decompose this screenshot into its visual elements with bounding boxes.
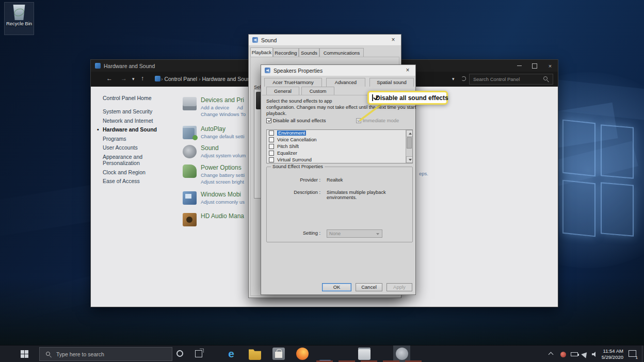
tray-expand-icon[interactable] — [549, 352, 554, 357]
list-item-environment[interactable]: Environment — [267, 130, 412, 137]
sound-dialog-titlebar[interactable]: Sound — [249, 35, 401, 46]
cp-heading-power-options[interactable]: Power Options — [201, 164, 242, 171]
up-icon[interactable]: ↑ — [141, 75, 144, 82]
battery-icon[interactable] — [571, 352, 578, 356]
printer-icon[interactable] — [183, 97, 197, 110]
control-panel-search-box[interactable]: Search Control Panel — [469, 74, 553, 85]
checkbox-icon[interactable] — [269, 137, 274, 142]
refresh-icon[interactable] — [461, 76, 466, 81]
notepad-icon[interactable] — [358, 348, 371, 360]
list-item-voice-cancellation[interactable]: Voice Cancellation — [267, 137, 412, 143]
scroll-down-icon[interactable] — [406, 156, 413, 163]
address-dropdown-icon[interactable]: ▾ — [452, 76, 455, 81]
sidebar-item-programs[interactable]: Programs — [103, 136, 170, 142]
action-center-icon[interactable]: 1 — [629, 350, 636, 357]
scrollbar-thumb[interactable] — [407, 137, 412, 149]
forward-icon[interactable]: → — [121, 75, 127, 82]
tab-acer-trueharmony[interactable]: Acer TrueHarmony — [264, 78, 322, 87]
microsoft-store-icon[interactable] — [272, 348, 285, 360]
cp-heading-hd-audio[interactable]: HD Audio Mana — [201, 212, 244, 220]
microsoft-edge-icon[interactable]: e — [225, 348, 237, 360]
sidebar-item-system-security[interactable]: System and Security — [103, 108, 170, 115]
recycle-bin-desktop-icon[interactable]: Recycle Bin — [4, 2, 34, 35]
active-app-slot[interactable] — [393, 345, 410, 362]
speakers-dialog-titlebar[interactable]: Speakers Properties — [261, 65, 415, 76]
taskbar-search-placeholder: Type here to search — [56, 351, 104, 357]
sound-dialog-title: Sound — [261, 37, 277, 43]
cp-link[interactable]: Change default setti — [201, 134, 245, 139]
list-item-equalizer[interactable]: Equalizer — [267, 150, 412, 157]
taskbar-search-box[interactable]: Type here to search — [39, 347, 172, 361]
cp-link[interactable]: Change battery setti — [201, 172, 245, 178]
tab-general[interactable]: General — [266, 87, 299, 95]
sidebar-item-appearance[interactable]: Appearance and Personalization — [103, 154, 164, 167]
list-item-pitch-shift[interactable]: Pitch Shift — [267, 143, 412, 150]
breadcrumb-control-panel[interactable]: Control Panel — [164, 76, 197, 82]
close-icon[interactable]: × — [403, 66, 412, 75]
wifi-icon[interactable] — [581, 350, 589, 358]
sidebar-item-network-internet[interactable]: Network and Internet — [103, 118, 170, 124]
power-icon[interactable] — [183, 164, 197, 178]
checkbox-icon[interactable] — [269, 130, 274, 136]
cp-heading-devices-printers[interactable]: Devices and Pri — [201, 96, 244, 104]
sidebar-item-home[interactable]: Control Panel Home — [103, 95, 170, 101]
tab-communications[interactable]: Communications — [319, 48, 364, 57]
start-button[interactable] — [21, 350, 28, 358]
scrollbar[interactable] — [406, 130, 412, 163]
scroll-up-icon[interactable] — [406, 130, 413, 137]
tray-app-icon[interactable] — [560, 352, 566, 357]
tab-custom[interactable]: Custom — [301, 87, 334, 95]
cp-link[interactable]: Change Windows To — [201, 111, 246, 117]
sidebar-item-ease-of-access[interactable]: Ease of Access — [103, 178, 170, 185]
taskbar-clock[interactable]: 11:54 AM 5/29/2020 — [597, 348, 623, 360]
close-icon[interactable]: × — [389, 36, 398, 44]
firefox-icon[interactable] — [296, 348, 309, 360]
close-button[interactable]: × — [542, 60, 558, 72]
show-desktop-button[interactable] — [642, 345, 644, 362]
tab-recording[interactable]: Recording — [273, 48, 299, 57]
tab-sounds[interactable]: Sounds — [299, 48, 319, 57]
disable-all-sound-effects-checkbox[interactable]: Disable all sound effects — [266, 118, 326, 123]
sound-app-icon[interactable] — [396, 348, 408, 360]
cp-heading-autoplay[interactable]: AutoPlay — [201, 125, 226, 133]
list-item-virtual-surround[interactable]: Virtual Surround — [267, 157, 412, 163]
sidebar-item-hardware-sound[interactable]: Hardware and Sound — [103, 126, 170, 133]
recent-pages-dropdown-icon[interactable]: ▾ — [132, 76, 135, 81]
control-panel-icon — [95, 63, 101, 69]
speaker-icon[interactable] — [183, 145, 197, 158]
wallpaper-window-logo-pane — [601, 124, 634, 179]
tab-spatial-sound[interactable]: Spatial sound — [369, 78, 414, 87]
cp-link[interactable]: Add a device Ad — [201, 105, 243, 110]
tab-playback[interactable]: Playback — [250, 47, 273, 57]
desktop: Recycle Bin Hardware and Sound × ← → ▾ ↑… — [0, 0, 644, 362]
sidebar-item-clock-region[interactable]: Clock and Region — [103, 169, 170, 176]
file-explorer-icon[interactable] — [249, 348, 261, 360]
cp-link[interactable]: Adjust system volum — [201, 153, 246, 158]
task-view-icon[interactable] — [195, 350, 202, 357]
cp-heading-windows-mobility[interactable]: Windows Mobi — [201, 191, 241, 198]
cp-link[interactable]: Adjust commonly us — [201, 199, 245, 205]
sound-effects-list[interactable]: Environment Voice Cancellation Pitch Shi… — [266, 129, 413, 163]
cp-heading-sound[interactable]: Sound — [201, 144, 219, 152]
hd-audio-icon[interactable] — [183, 213, 197, 226]
back-icon[interactable]: ← — [106, 75, 112, 82]
checkbox-icon[interactable] — [269, 157, 274, 162]
breadcrumb-hardware-and-sound[interactable]: Hardware and Sound — [202, 76, 253, 82]
checkbox-icon[interactable] — [269, 144, 274, 149]
maximize-button[interactable] — [527, 60, 542, 72]
disable-sound-effects-callout: Disable all sound effects — [367, 91, 448, 105]
sidebar-item-user-accounts[interactable]: User Accounts — [103, 144, 170, 151]
checkbox-icon[interactable] — [269, 151, 274, 156]
cp-link-fragment[interactable]: eps. — [419, 171, 428, 176]
checkbox-icon[interactable] — [266, 118, 271, 123]
minimize-button[interactable] — [511, 60, 527, 72]
ok-button[interactable]: OK — [322, 283, 351, 291]
mobility-icon[interactable] — [183, 191, 197, 205]
cancel-button[interactable]: Cancel — [356, 283, 382, 291]
autoplay-icon[interactable] — [183, 126, 197, 139]
cortana-icon[interactable] — [176, 350, 183, 357]
cp-link[interactable]: Adjust screen bright — [201, 179, 244, 185]
tab-advanced[interactable]: Advanced — [326, 78, 365, 87]
search-icon[interactable] — [543, 76, 548, 80]
effect-label: Environment — [277, 130, 306, 136]
